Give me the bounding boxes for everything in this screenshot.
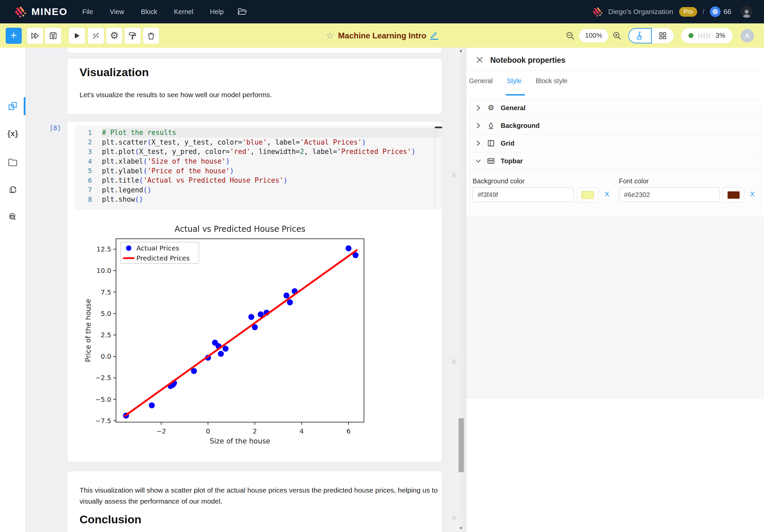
background-color-label: Background color: [473, 177, 525, 185]
save-button[interactable]: [45, 28, 61, 44]
menu-block[interactable]: Block: [141, 8, 157, 16]
gear-icon: ⚙: [488, 104, 494, 112]
font-color-swatch[interactable]: [723, 187, 744, 203]
sidebar-item-comments[interactable]: [0, 207, 25, 226]
sidebar-item-snippets[interactable]: [0, 180, 25, 199]
section-general[interactable]: ⚙ General: [470, 99, 760, 117]
code-editor[interactable]: 1# Plot the results2plt.scatter(X_test, …: [75, 126, 441, 210]
add-block-button[interactable]: +: [6, 28, 22, 44]
document-title[interactable]: Machine Learning Intro: [338, 31, 426, 40]
document-title-group: ☆ Machine Learning Intro: [326, 23, 438, 48]
conclusion-heading: Conclusion: [80, 513, 141, 526]
pencil-icon: [431, 32, 438, 38]
clear-font-color-button[interactable]: X: [750, 190, 755, 198]
sidebar-item-blocks[interactable]: [0, 97, 25, 116]
active-tab-indicator: [506, 94, 525, 96]
line-number: 6: [75, 177, 102, 184]
menu-view[interactable]: View: [110, 8, 124, 16]
kernel-status[interactable]: 3%: [681, 28, 733, 43]
notebook-scrollbar: ▲ ▼ ✕ ✕ ✕: [455, 48, 466, 532]
app-logo[interactable]: MINEO: [13, 5, 68, 19]
copy-pages-icon: [8, 185, 17, 194]
menu-help[interactable]: Help: [210, 8, 224, 16]
gear-icon: ⚙: [110, 31, 119, 40]
menu-file[interactable]: File: [82, 8, 93, 16]
close-panel-button[interactable]: [476, 56, 484, 64]
pane-resize-handle[interactable]: ✕: [448, 513, 460, 523]
delete-button[interactable]: [143, 28, 159, 44]
section-topbar[interactable]: Topbar: [470, 152, 760, 170]
mineo-logo-icon: [13, 5, 27, 19]
code-line-8[interactable]: 8plt.show(): [75, 195, 441, 204]
notebook-toolbar: + ⚙ ☆ Machine Learning Intro: [0, 23, 764, 48]
slash-icon: [92, 32, 100, 40]
fast-forward-icon: [31, 32, 39, 39]
org-name[interactable]: Diego's Organization: [608, 8, 673, 16]
code-scroll-track: [434, 131, 435, 207]
chevron-right-icon: [476, 105, 480, 111]
topbar-right: Diego's Organization Pro / 66: [592, 6, 764, 18]
user-avatar[interactable]: [741, 6, 753, 18]
code-line-6[interactable]: 6plt.title('Actual vs Predicted House Pr…: [75, 176, 441, 185]
credits[interactable]: 66: [710, 6, 731, 17]
code-line-5[interactable]: 5plt.ylabel('Price of the house'): [75, 166, 441, 176]
favorite-star-icon[interactable]: ☆: [326, 30, 334, 41]
chevron-down-icon: [476, 159, 481, 163]
line-number: 7: [75, 186, 102, 194]
style-sections: ⚙ General Background Grid: [470, 99, 760, 217]
tab-general[interactable]: General: [469, 77, 493, 90]
block-card-markdown-visualization[interactable]: Visualization Let's visualize the result…: [67, 58, 442, 115]
tab-block-style[interactable]: Block style: [536, 77, 568, 90]
code-line-3[interactable]: 3plt.plot(X_test, y_pred, color='red', l…: [75, 147, 441, 157]
lab-view-button[interactable]: [628, 28, 652, 43]
section-background[interactable]: Background: [470, 117, 760, 135]
collaborator-avatar[interactable]: A: [741, 29, 754, 42]
clear-background-color-button[interactable]: X: [605, 190, 609, 198]
settings-button[interactable]: ⚙: [106, 28, 122, 44]
app-root: { "topbar": { "brand": "MINEO", "menus":…: [0, 0, 764, 532]
scroll-up-icon[interactable]: ▲: [458, 48, 464, 52]
grid-view-button[interactable]: [652, 28, 674, 43]
topbar-table-icon: [487, 157, 495, 165]
folder-icon: [8, 158, 17, 166]
scroll-down-icon[interactable]: ▼: [458, 526, 464, 530]
run-block-button[interactable]: [69, 28, 85, 44]
pane-resize-handle[interactable]: ✕: [448, 357, 460, 367]
background-color-input[interactable]: [473, 187, 574, 202]
svg-text:Size of the house: Size of the house: [210, 437, 270, 445]
style-paint-button[interactable]: [125, 28, 141, 44]
section-grid[interactable]: Grid: [470, 135, 760, 152]
open-notebook-icon[interactable]: [238, 8, 247, 16]
svg-text:6: 6: [346, 427, 351, 435]
block-card-markdown-conclusion[interactable]: This visualization will show a scatter p…: [67, 471, 442, 532]
tab-style[interactable]: Style: [507, 77, 521, 90]
code-line-1[interactable]: 1# Plot the results: [75, 128, 441, 138]
code-line-2[interactable]: 2plt.scatter(X_test, y_test, color='blue…: [75, 138, 441, 147]
background-color-swatch[interactable]: [577, 187, 598, 203]
sidebar-item-variables[interactable]: {x}: [0, 124, 25, 143]
zoom-level[interactable]: 100%: [579, 29, 608, 42]
svg-text:−2: −2: [156, 427, 166, 435]
svg-text:Predicted Prices: Predicted Prices: [136, 254, 189, 262]
line-number: 5: [75, 167, 102, 175]
collapse-cell-icon[interactable]: [435, 127, 442, 128]
zoom-out-button[interactable]: [565, 31, 575, 40]
disable-run-button[interactable]: [88, 28, 104, 44]
rename-button[interactable]: [430, 32, 438, 40]
sidebar-item-files[interactable]: [0, 153, 25, 172]
brand-name: MINEO: [31, 6, 68, 17]
output-chart: −20246−7.5−5.0−2.50.02.55.07.510.012.5Ac…: [84, 221, 385, 451]
chevron-right-icon: [476, 123, 480, 129]
zoom-in-button[interactable]: [612, 31, 622, 40]
block-card-code[interactable]: 1# Plot the results2plt.scatter(X_test, …: [67, 121, 442, 462]
scrollbar-thumb[interactable]: [459, 418, 464, 472]
code-line-7[interactable]: 7plt.legend(): [75, 185, 441, 195]
font-color-input[interactable]: [619, 187, 720, 202]
pane-resize-handle[interactable]: ✕: [448, 170, 460, 180]
variables-icon: {x}: [7, 129, 18, 138]
svg-text:5.0: 5.0: [101, 310, 111, 318]
menu-kernel[interactable]: Kernel: [174, 8, 193, 16]
code-line-4[interactable]: 4plt.xlabel('Size of the house'): [75, 157, 441, 166]
plus-icon: +: [10, 29, 17, 41]
run-all-button[interactable]: [27, 28, 43, 44]
